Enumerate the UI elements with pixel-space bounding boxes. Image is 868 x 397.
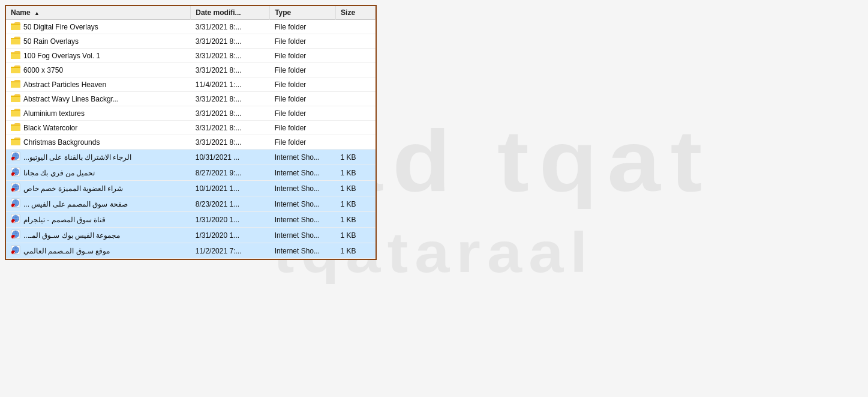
table-header: Name ▲ Date modifi... Type Size [6, 6, 376, 20]
cell-type: Internet Sho... [270, 243, 336, 259]
col-name[interactable]: Name ▲ [6, 6, 191, 20]
folder-icon [11, 22, 20, 32]
svg-rect-31 [11, 125, 20, 126]
file-name-text: Abstract Particles Heaven [23, 80, 106, 89]
folder-icon [11, 65, 20, 75]
cell-name: ↗ تحميل من فري بك مجانا [6, 165, 191, 181]
file-name-text: قناة سوق المصمم - تيلجرام [23, 216, 106, 224]
cell-date: 3/31/2021 8:... [191, 20, 270, 34]
svg-rect-22 [11, 96, 20, 102]
cell-type: Internet Sho... [270, 150, 336, 165]
svg-rect-35 [11, 139, 20, 140]
cell-date: 3/31/2021 8:... [191, 34, 270, 49]
table-row[interactable]: ↗ الرجاء الاشتراك بالقناة على اليوتيو...… [6, 150, 376, 165]
cell-type: Internet Sho... [270, 165, 336, 181]
file-name-text: Christmas Backgrounds [23, 138, 100, 147]
table-row[interactable]: 50 Digital Fire Overlays3/31/2021 8:...F… [6, 20, 376, 34]
svg-text:↗: ↗ [13, 251, 15, 255]
cell-type: File folder [270, 92, 336, 106]
file-name-text: صفحة سوق المصمم على الفيس ... [23, 200, 128, 208]
cell-name: 6000 x 3750 [6, 63, 191, 77]
table-row[interactable]: 100 Fog Overlays Vol. 13/31/2021 8:...Fi… [6, 49, 376, 63]
cell-date: 8/27/2021 9:... [191, 165, 270, 181]
table-row[interactable]: ↗ صفحة سوق المصمم على الفيس ...8/23/2021… [6, 196, 376, 212]
cell-date: 3/31/2021 8:... [191, 121, 270, 135]
svg-text:↗: ↗ [13, 173, 15, 177]
svg-rect-10 [11, 53, 20, 59]
cell-size: 1 KB [336, 243, 376, 259]
svg-text:↗: ↗ [13, 157, 15, 161]
cell-type: File folder [270, 135, 336, 150]
svg-rect-14 [11, 67, 20, 73]
svg-rect-23 [11, 96, 20, 97]
cell-size: 1 KB [336, 181, 376, 196]
cell-size: 1 KB [336, 165, 376, 181]
cell-name: 50 Rain Overlays [6, 34, 191, 49]
cell-name: ↗ مجموعة الفيس بوك سـوق المـ... [6, 228, 191, 243]
cell-size [336, 34, 376, 49]
cell-name: ↗ قناة سوق المصمم - تيلجرام [6, 212, 191, 228]
folder-icon [11, 50, 20, 61]
file-name-text: شراء العضوية المميزة خصم خاص [23, 184, 123, 193]
shortcut-icon: ↗ [11, 214, 20, 225]
shortcut-icon: ↗ [11, 198, 20, 210]
cell-date: 3/31/2021 8:... [191, 106, 270, 121]
cell-name: ↗ صفحة سوق المصمم على الفيس ... [6, 196, 191, 212]
explorer-window: Name ▲ Date modifi... Type Size 50 D [5, 5, 377, 260]
cell-date: 1/31/2020 1... [191, 212, 270, 228]
table-row[interactable]: Christmas Backgrounds3/31/2021 8:...File… [6, 135, 376, 150]
file-name-text: 6000 x 3750 [23, 66, 63, 74]
cell-date: 11/2/2021 7:... [191, 243, 270, 259]
cell-date: 1/31/2020 1... [191, 228, 270, 243]
table-row[interactable]: Abstract Particles Heaven11/4/2021 1:...… [6, 77, 376, 92]
cell-name: ↗ شراء العضوية المميزة خصم خاص [6, 181, 191, 196]
table-row[interactable]: Black Watercolor3/31/2021 8:...File fold… [6, 121, 376, 135]
shortcut-icon: ↗ [11, 183, 20, 194]
file-name-text: Abstract Wavy Lines Backgr... [23, 95, 119, 103]
cell-size [336, 63, 376, 77]
svg-rect-2 [11, 24, 20, 30]
svg-rect-18 [11, 82, 20, 88]
cell-size: 1 KB [336, 212, 376, 228]
cell-size: 1 KB [336, 196, 376, 212]
table-row[interactable]: Abstract Wavy Lines Backgr...3/31/2021 8… [6, 92, 376, 106]
svg-text:↗: ↗ [13, 220, 15, 223]
sort-arrow-icon: ▲ [34, 10, 40, 16]
col-date[interactable]: Date modifi... [191, 6, 270, 20]
cell-date: 3/31/2021 8:... [191, 92, 270, 106]
file-table: Name ▲ Date modifi... Type Size 50 D [6, 6, 376, 259]
table-row[interactable]: 50 Rain Overlays3/31/2021 8:...File fold… [6, 34, 376, 49]
shortcut-icon: ↗ [11, 167, 20, 178]
col-type[interactable]: Type [270, 6, 336, 20]
cell-date: 8/23/2021 1... [191, 196, 270, 212]
file-name-text: 50 Digital Fire Overlays [23, 23, 98, 31]
table-row[interactable]: 6000 x 37503/31/2021 8:...File folder [6, 63, 376, 77]
shortcut-icon: ↗ [11, 229, 20, 241]
svg-rect-15 [11, 67, 20, 68]
cell-type: Internet Sho... [270, 181, 336, 196]
svg-text:↗: ↗ [13, 204, 15, 208]
cell-date: 3/31/2021 8:... [191, 49, 270, 63]
cell-name: Christmas Backgrounds [6, 135, 191, 150]
svg-rect-6 [11, 38, 20, 44]
file-name-text: تحميل من فري بك مجانا [23, 169, 95, 177]
table-row[interactable]: ↗ مجموعة الفيس بوك سـوق المـ...1/31/2020… [6, 228, 376, 243]
cell-size: 1 KB [336, 228, 376, 243]
table-row[interactable]: ↗ تحميل من فري بك مجانا8/27/2021 9:...In… [6, 165, 376, 181]
col-size[interactable]: Size [336, 6, 376, 20]
cell-size [336, 106, 376, 121]
cell-type: File folder [270, 63, 336, 77]
table-row[interactable]: ↗ شراء العضوية المميزة خصم خاص10/1/2021 … [6, 181, 376, 196]
folder-icon [11, 108, 20, 118]
file-name-text: موقع سـوق المـصمم العالمي [23, 247, 110, 255]
svg-rect-34 [11, 139, 20, 145]
table-row[interactable]: Aluminium textures3/31/2021 8:...File fo… [6, 106, 376, 121]
table-row[interactable]: ↗ قناة سوق المصمم - تيلجرام1/31/2020 1..… [6, 212, 376, 228]
cell-size [336, 20, 376, 34]
table-row[interactable]: ↗ موقع سـوق المـصمم العالمي11/2/2021 7:.… [6, 243, 376, 259]
svg-rect-30 [11, 125, 20, 131]
cell-type: File folder [270, 34, 336, 49]
file-name-text: 100 Fog Overlays Vol. 1 [23, 52, 100, 60]
cell-type: File folder [270, 121, 336, 135]
folder-icon [11, 137, 20, 147]
